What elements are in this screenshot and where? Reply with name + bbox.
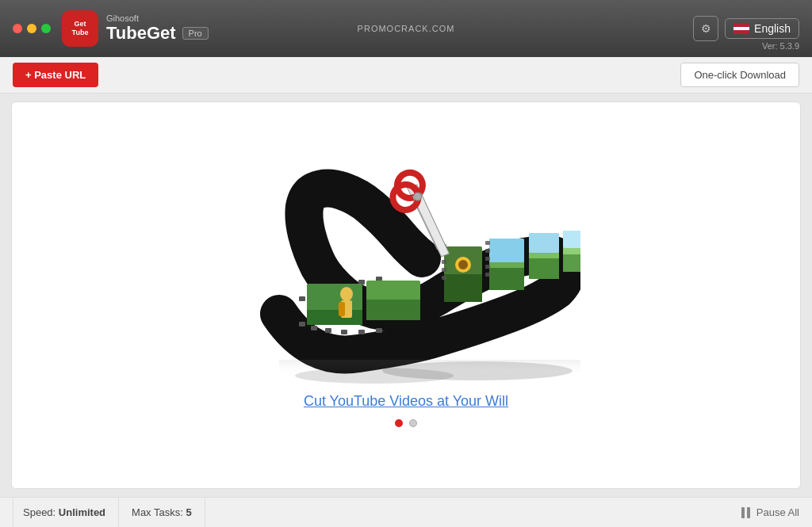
settings-icon: ⚙ (701, 22, 711, 35)
pause-all-label: Pause All (756, 506, 799, 518)
app-logo-text: GetTube (72, 20, 89, 37)
pause-bar-right (747, 507, 750, 518)
svg-rect-33 (563, 254, 580, 272)
svg-rect-41 (485, 249, 490, 253)
slide-caption: Cut YouTube Videos at Your Will (304, 393, 508, 410)
pause-all-button[interactable]: Pause All (741, 506, 799, 518)
pause-icon (741, 507, 750, 518)
svg-rect-11 (341, 330, 347, 334)
hero-area: Cut YouTube Videos at Your Will (12, 102, 800, 488)
svg-point-17 (340, 287, 353, 301)
svg-rect-30 (529, 258, 559, 279)
version-text: Ver: 5.3.9 (762, 41, 799, 51)
max-tasks-label: Max Tasks: (132, 506, 183, 518)
app-title-group: Gihosoft TubeGet Pro (106, 13, 209, 44)
svg-rect-21 (366, 300, 420, 320)
minimize-button[interactable] (27, 24, 36, 33)
language-flag-icon (733, 23, 749, 34)
svg-rect-43 (485, 265, 490, 269)
status-bar: Speed: Unlimited Max Tasks: 5 Pause All (0, 497, 812, 527)
svg-rect-48 (279, 360, 580, 376)
toolbar: + Paste URL One-click Download (0, 57, 812, 94)
svg-rect-13 (376, 328, 382, 333)
svg-rect-19 (339, 302, 345, 316)
app-logo: GetTube (62, 10, 98, 47)
svg-rect-37 (442, 260, 446, 264)
max-tasks-value: 5 (186, 506, 191, 518)
company-name: Gihosoft (106, 13, 209, 23)
svg-rect-34 (563, 231, 580, 248)
svg-rect-28 (489, 239, 524, 262)
close-button[interactable] (13, 24, 22, 33)
film-scene (232, 155, 580, 385)
language-button[interactable]: English (725, 18, 799, 39)
window-controls (13, 24, 51, 33)
svg-rect-12 (358, 330, 365, 334)
svg-rect-9 (311, 326, 317, 330)
main-content: Cut YouTube Videos at Your Will (11, 101, 801, 489)
paste-url-button[interactable]: + Paste URL (13, 63, 98, 87)
settings-button[interactable]: ⚙ (693, 16, 718, 41)
pause-bar-left (741, 507, 745, 518)
svg-rect-31 (529, 233, 559, 253)
maximize-button[interactable] (41, 24, 51, 33)
speed-status: Speed: Unlimited (13, 498, 119, 527)
svg-rect-23 (444, 274, 482, 302)
title-bar: GetTube Gihosoft TubeGet Pro PROMOCRACK.… (0, 0, 812, 57)
pro-badge: Pro (182, 27, 209, 40)
svg-rect-16 (307, 310, 362, 325)
svg-rect-2 (299, 296, 305, 301)
app-name: TubeGet (106, 23, 176, 44)
one-click-download-button[interactable]: One-click Download (680, 63, 799, 87)
svg-rect-10 (325, 328, 331, 333)
language-label: English (754, 22, 791, 35)
svg-rect-27 (489, 268, 524, 290)
max-tasks-status: Max Tasks: 5 (119, 498, 205, 527)
promo-text: PROMOCRACK.COM (358, 24, 455, 33)
svg-rect-40 (485, 241, 490, 245)
speed-label: Speed: (23, 506, 56, 518)
svg-rect-39 (442, 276, 446, 280)
slide-dot-2[interactable] (409, 419, 417, 427)
slide-dots (395, 419, 417, 427)
slide-dot-1[interactable] (395, 419, 403, 427)
svg-rect-42 (485, 257, 490, 261)
svg-rect-38 (442, 268, 446, 272)
speed-value: Unlimited (59, 506, 105, 518)
header-right: ⚙ English (693, 16, 799, 41)
svg-rect-8 (299, 322, 305, 327)
svg-point-25 (458, 260, 468, 269)
app-name-row: TubeGet Pro (106, 23, 209, 44)
svg-rect-44 (485, 273, 490, 277)
